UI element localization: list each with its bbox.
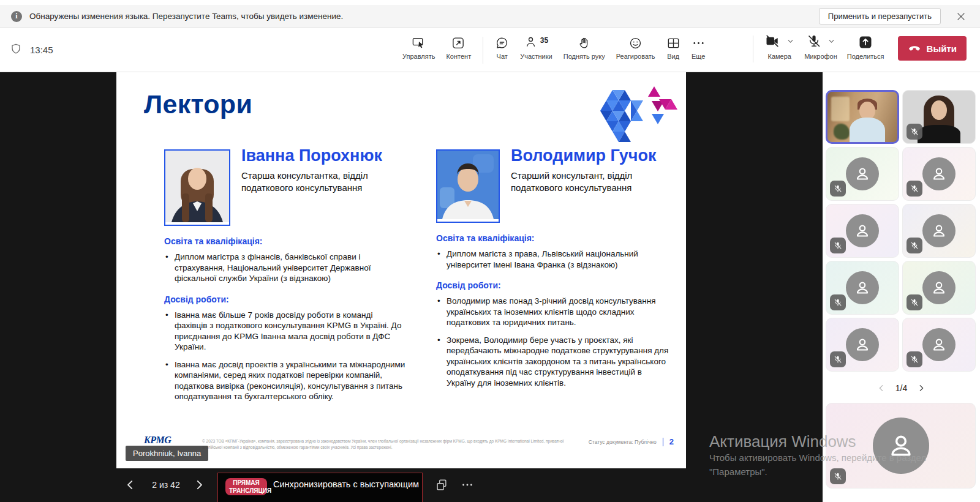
participant-tile[interactable] <box>902 147 976 201</box>
mic-chevron-down-icon[interactable] <box>827 37 835 48</box>
avatar <box>846 271 879 304</box>
pager-previous-icon[interactable] <box>877 384 886 392</box>
raise-hand-button[interactable]: Поднять руку <box>558 36 611 60</box>
avatar <box>922 328 956 361</box>
notification-text: Обнаружены изменения языка. Перезапустит… <box>29 12 343 21</box>
avatar <box>846 328 879 361</box>
participant-tile[interactable] <box>826 204 899 258</box>
speaker-name: Іванна Порохнюк <box>241 147 394 165</box>
previous-slide-button[interactable] <box>125 479 137 492</box>
apply-restart-button[interactable]: Применить и перезапустить <box>819 8 941 24</box>
mic-muted-icon <box>830 238 846 253</box>
speaker-photo <box>436 149 500 223</box>
slide-page-number: 2 <box>663 438 674 446</box>
mic-muted-icon <box>830 351 846 367</box>
speaker-name: Володимир Гучок <box>511 147 664 165</box>
mic-muted-icon <box>907 294 922 310</box>
content-share-icon <box>451 36 466 50</box>
avatar <box>846 214 879 247</box>
avatar <box>922 271 956 304</box>
close-icon[interactable] <box>953 9 969 24</box>
leave-button[interactable]: Выйти <box>898 36 967 61</box>
people-icon <box>524 35 538 51</box>
participant-tile[interactable] <box>826 261 899 315</box>
participants-pager: 1/4 <box>823 380 980 396</box>
speaker-card-volodymyr: Володимир Гучок Старший консультант, від… <box>436 149 673 409</box>
mic-off-icon <box>807 34 821 51</box>
experience-heading: Досвід роботи: <box>164 294 405 304</box>
toolbar-divider <box>753 36 753 62</box>
slide-copyright: © 2023 ТОВ «КПМГ-Україна», компанія, зар… <box>202 438 570 451</box>
camera-button[interactable]: Камера <box>760 34 799 60</box>
raise-hand-icon <box>577 36 591 50</box>
mic-muted-icon <box>907 124 922 140</box>
speaker-role: Старша консультантка, відділ податкового… <box>241 170 394 194</box>
slide-position-indicator: 2 из 42 <box>140 480 192 490</box>
chat-icon <box>495 36 509 50</box>
experience-bullet: Зокрема, Володимир бере участь у проєкта… <box>436 335 673 389</box>
slide: Лектори <box>116 72 686 468</box>
education-bullet: Диплом магістра з фінансів, банківської … <box>164 252 405 284</box>
kpmg-anniversary-logo <box>593 82 679 148</box>
smiley-icon <box>628 36 643 50</box>
education-heading: Освіта та кваліфікація: <box>164 236 405 246</box>
shield-icon <box>10 43 22 57</box>
slide-title: Лектори <box>144 89 252 119</box>
toolbar-divider <box>483 37 483 64</box>
meeting-toolbar: 13:45 Управлять Контент Чат <box>0 28 980 72</box>
education-bullet: Диплом магіста з права, Львівський націо… <box>436 249 673 270</box>
participant-tile[interactable] <box>902 318 976 372</box>
pager-indicator: 1/4 <box>895 383 907 393</box>
microphone-button[interactable]: Микрофон <box>799 34 842 60</box>
participant-tile[interactable] <box>826 147 899 201</box>
speaker-card-ivanna: Іванна Порохнюк Старша консультантка, ві… <box>164 149 405 409</box>
share-button[interactable]: Поделиться <box>842 34 889 60</box>
participant-tile[interactable] <box>902 261 976 315</box>
more-options-icon[interactable] <box>461 478 474 494</box>
participant-video-active[interactable] <box>826 90 899 144</box>
participant-tile-large[interactable] <box>826 403 976 489</box>
participants-count-badge: 35 <box>540 36 548 45</box>
avatar <box>873 418 929 474</box>
document-status: Статус документа: Публічно <box>589 439 657 445</box>
more-button[interactable]: Еще <box>686 36 711 60</box>
react-button[interactable]: Реагировать <box>611 36 661 60</box>
participants-button[interactable]: 35 Участники <box>514 36 558 60</box>
sync-to-presenter-button[interactable]: ПРЯМАЯ ТРАНСЛЯЦИЯ Синхронизировать с выс… <box>217 473 423 502</box>
popout-view-icon[interactable] <box>435 478 448 494</box>
experience-heading: Досвід роботи: <box>436 280 673 290</box>
manage-button[interactable]: Управлять <box>397 36 440 60</box>
avatar <box>922 157 956 190</box>
info-icon: i <box>11 11 22 22</box>
phone-hangup-icon <box>908 42 921 55</box>
education-heading: Освіта та кваліфікація: <box>436 233 673 243</box>
content-button[interactable]: Контент <box>440 36 477 60</box>
mic-muted-icon <box>830 181 846 197</box>
mic-muted-icon <box>830 468 846 484</box>
presentation-stage: Лектори <box>0 72 823 502</box>
pager-next-icon[interactable] <box>917 384 925 392</box>
kpmg-footer-logo: KPMG <box>144 435 171 446</box>
language-notification-bar: i Обнаружены изменения языка. Перезапуст… <box>0 5 980 28</box>
share-up-icon <box>858 34 873 50</box>
mic-muted-icon <box>907 238 922 253</box>
participant-video[interactable] <box>902 90 976 144</box>
mic-muted-icon <box>907 351 922 367</box>
mic-muted-icon <box>907 181 922 197</box>
experience-bullet: Володимир має понад 3-річний досвід конс… <box>436 296 673 328</box>
slide-controls-bar: 2 из 42 ПРЯМАЯ ТРАНСЛЯЦИЯ Синхронизирова… <box>0 468 823 502</box>
speaker-photo <box>164 149 230 226</box>
screen-control-icon <box>412 36 426 50</box>
participant-tile[interactable] <box>902 204 976 258</box>
camera-chevron-down-icon[interactable] <box>786 37 794 48</box>
next-slide-button[interactable] <box>194 479 206 492</box>
chat-button[interactable]: Чат <box>489 36 514 60</box>
speaker-role: Старший консультант, відділ податкового … <box>511 170 664 194</box>
avatar <box>922 214 956 247</box>
view-button[interactable]: Вид <box>661 36 686 60</box>
participant-tile[interactable] <box>826 318 899 372</box>
camera-off-icon <box>764 34 780 51</box>
participants-panel: 1/4 <box>823 72 980 502</box>
meeting-timer: 13:45 <box>30 45 53 55</box>
grid-view-icon <box>666 36 680 50</box>
